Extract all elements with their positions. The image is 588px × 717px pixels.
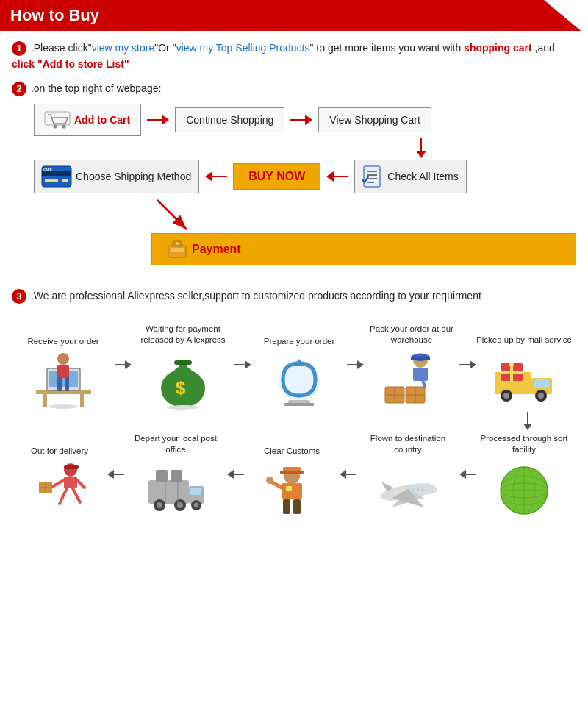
step1-text: 1 .Please click"view my store"Or "view m… <box>12 40 576 73</box>
svg-point-54 <box>503 393 509 399</box>
svg-rect-27 <box>65 377 69 391</box>
svg-rect-6 <box>62 179 68 182</box>
process-item-8: Clear Customs <box>244 433 340 518</box>
process-down-arrow <box>12 412 576 430</box>
process-arrow-5 <box>107 433 124 479</box>
svg-rect-20 <box>43 394 47 407</box>
globe-icon <box>495 460 553 518</box>
process-item-9: Flown to destination country <box>356 433 459 518</box>
step1-text4: ,and <box>532 42 555 54</box>
process-item-3: Prepare your order <box>251 324 347 409</box>
process-arrow-8 <box>459 433 476 479</box>
svg-rect-70 <box>64 465 79 469</box>
svg-rect-80 <box>156 470 168 482</box>
svg-line-66 <box>77 480 85 488</box>
svg-rect-81 <box>171 470 182 482</box>
svg-rect-21 <box>80 394 84 407</box>
check-all-items-label: Check All Items <box>387 171 458 182</box>
step2-text: 2 .on the top right of webpage: <box>12 80 576 96</box>
mail-truck-icon <box>145 460 207 518</box>
step1-pre-link1: .Please click" <box>31 42 92 54</box>
svg-rect-38 <box>284 403 314 406</box>
svg-rect-26 <box>57 377 62 391</box>
process-arrow-4 <box>459 324 476 369</box>
process-label-8: Clear Customs <box>264 433 320 455</box>
delivery-truck-icon <box>493 350 556 409</box>
svg-point-18 <box>176 242 179 245</box>
process-label-1: Receive your order <box>27 324 98 346</box>
top-selling-link[interactable]: view my Top Selling Products <box>176 42 310 54</box>
process-section: Receive your order <box>12 316 576 526</box>
process-label-10: Processed through sort facility <box>476 433 572 455</box>
page-title: How to Buy <box>10 6 99 25</box>
svg-point-79 <box>193 502 198 507</box>
process-label-9: Flown to destination country <box>356 433 459 455</box>
svg-point-2 <box>62 125 66 129</box>
checklist-icon <box>362 166 383 187</box>
process-label-6: Out for delivery <box>31 433 88 455</box>
svg-line-91 <box>271 482 282 488</box>
process-row2: Out for delivery <box>12 433 576 518</box>
process-item-4: Pack your order at our warehouse <box>364 324 459 409</box>
arrow-4 <box>326 171 348 182</box>
process-arrow-2 <box>234 324 251 369</box>
svg-rect-90 <box>293 499 301 514</box>
add-to-cart-box: Add to Cart <box>34 104 141 136</box>
svg-text:CARD: CARD <box>43 168 52 171</box>
process-arrow-3 <box>347 324 364 369</box>
process-arrow-7 <box>340 433 356 479</box>
process-arrow-6 <box>227 433 244 479</box>
view-my-store-link[interactable]: view my store <box>92 42 155 54</box>
process-arrow-1 <box>115 324 132 369</box>
svg-point-28 <box>49 404 78 409</box>
svg-rect-52 <box>534 379 549 388</box>
add-to-cart-label: Add to Cart <box>74 114 130 126</box>
bottom-flow-row: CARD Choose Shipping Method BUY NOW <box>34 160 576 193</box>
svg-rect-41 <box>411 357 430 360</box>
airplane-icon <box>377 460 440 518</box>
check-all-items-box: Check All Items <box>354 160 466 193</box>
svg-point-98 <box>412 488 415 491</box>
step3-text: 3 .We are professional Aliexpress seller… <box>12 288 576 304</box>
svg-point-34 <box>167 405 199 410</box>
payment-row: Payment <box>151 233 576 265</box>
cart-icon <box>45 110 70 129</box>
process-row1: Receive your order <box>12 324 576 409</box>
svg-point-92 <box>266 477 273 484</box>
svg-rect-87 <box>280 471 304 474</box>
payment-icon <box>167 240 187 259</box>
person-computer-icon <box>32 350 95 409</box>
svg-point-99 <box>417 488 420 491</box>
step2-number: 2 <box>12 82 26 96</box>
flow-diagram: Add to Cart Continue Shopping View Shopp… <box>34 104 576 265</box>
svg-point-1 <box>54 125 57 129</box>
step2-label: .on the top right of webpage: <box>31 82 161 94</box>
process-item-5: Picked up by mail service <box>476 324 572 409</box>
process-label-7: Depart your local post office <box>124 433 227 455</box>
continue-shopping-box: Continue Shopping <box>175 107 284 132</box>
payment-box: Payment <box>151 233 576 265</box>
svg-rect-16 <box>171 248 184 252</box>
choose-shipping-label: Choose Shipping Method <box>76 171 191 182</box>
svg-rect-25 <box>57 365 69 378</box>
svg-line-64 <box>73 488 80 502</box>
svg-rect-73 <box>190 488 201 495</box>
diagonal-arrow-svg <box>143 196 201 237</box>
courier-icon <box>30 460 89 518</box>
svg-rect-88 <box>286 486 292 491</box>
credit-card-icon: CARD <box>42 166 71 187</box>
svg-point-75 <box>157 502 162 508</box>
process-item-7: Depart your local post office <box>124 433 227 518</box>
process-item-10: Processed through sort facility <box>476 433 572 518</box>
svg-rect-33 <box>174 360 192 365</box>
svg-line-14 <box>157 200 187 229</box>
svg-line-63 <box>60 488 67 504</box>
step1-text3: " to get more items you want with <box>309 42 464 54</box>
step3-number: 3 <box>12 289 26 304</box>
svg-rect-84 <box>282 483 302 499</box>
buy-now-label: BUY NOW <box>248 170 305 182</box>
arrow-2 <box>290 115 312 125</box>
svg-point-56 <box>538 393 544 399</box>
choose-shipping-box: CARD Choose Shipping Method <box>34 160 199 193</box>
svg-rect-8 <box>364 166 380 187</box>
